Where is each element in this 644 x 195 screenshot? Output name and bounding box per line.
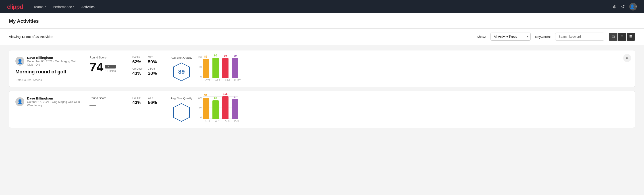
bar-arg: 89: [222, 58, 228, 78]
show-label: Show:: [477, 35, 486, 38]
bar-putt-value: 89: [234, 54, 236, 57]
avatar-icon: 👤: [630, 4, 635, 9]
avatar[interactable]: 👤 ▾: [629, 3, 637, 10]
bar-putt-value: 87: [234, 95, 236, 98]
bar-putt: 87: [232, 99, 238, 119]
bar-ott: 94: [202, 98, 209, 119]
bar-app: 90: [212, 58, 219, 78]
round-score-label: Round Score: [90, 96, 125, 100]
score-value: 74: [90, 61, 103, 74]
bar-label-arg: ARG: [224, 79, 231, 82]
activity-type-select-wrap: All Activity Types ▾: [490, 32, 531, 40]
nav-teams[interactable]: Teams ▾: [34, 4, 46, 10]
bar-app-value: 82: [214, 96, 217, 100]
stat-1putt: 1 Putt 28%: [148, 67, 164, 76]
stat-gir: GIR 56%: [148, 96, 164, 105]
logo: clippd: [7, 3, 23, 10]
viewing-count-text: Viewing 12 out of 29 Activities: [9, 35, 472, 38]
bar-arg-value: 106: [223, 92, 228, 96]
bar-app-value: 90: [214, 54, 217, 57]
user-date: December 05, 2021 · Gog Magog Golf Club …: [27, 60, 82, 66]
page-header: My Activities: [0, 14, 644, 28]
bar-arg: 106: [222, 96, 228, 119]
teams-chevron-icon: ▾: [45, 6, 46, 8]
user-name: Dave Billingham: [27, 96, 82, 100]
shot-quality-section: Avg Shot Quality 100 50 0: [171, 96, 628, 122]
activity-card: ✏ 👤 Dave Billingham December 05, 2021 · …: [9, 50, 635, 87]
main-content: ✏ 👤 Dave Billingham December 05, 2021 · …: [0, 45, 644, 137]
score-holes: 18 Holes: [105, 70, 116, 72]
stats-section: FW Hit 43% GIR 56%: [132, 96, 164, 105]
quality-label: Avg Shot Quality: [171, 56, 192, 59]
filter-bar: Viewing 12 out of 29 Activities Show: Al…: [0, 28, 644, 45]
edit-button[interactable]: ✏: [623, 54, 631, 62]
round-score-section: Round Score 74 +4 18 Holes: [90, 56, 125, 74]
refresh-button[interactable]: ↺: [621, 4, 625, 9]
page-title-wrap: My Activities: [9, 14, 39, 28]
nav-performance[interactable]: Performance ▾: [53, 4, 74, 10]
bar-ott: 85: [202, 59, 209, 78]
quality-value: 89: [178, 68, 185, 75]
user-name: Dave Billingham: [27, 56, 82, 60]
bar-label-putt: PUTT: [234, 120, 240, 122]
stats-section: FW Hit 62% GIR 50% Up/Down 43% 1 Putt 28…: [132, 56, 164, 76]
user-info: 👤 Dave Billingham October 16, 2021 · Gog…: [16, 96, 82, 107]
card-left: 👤 Dave Billingham October 16, 2021 · Gog…: [16, 96, 82, 110]
bar-ott-value: 85: [204, 55, 207, 58]
bar-label-ott: OTT: [205, 79, 211, 82]
page-title: My Activities: [9, 18, 39, 24]
hexagon-shape: 89: [172, 62, 190, 82]
add-button[interactable]: ⊕: [613, 4, 616, 9]
bar-putt: 89: [232, 58, 238, 78]
bar-app: 82: [212, 100, 219, 119]
bar-ott-value: 94: [204, 94, 207, 97]
activity-title: Morning round of golf: [16, 69, 82, 75]
svg-marker-1: [174, 104, 190, 121]
stat-gir: GIR 50%: [148, 56, 164, 64]
bar-chart: 100 50 0 85: [198, 56, 628, 82]
user-date: October 16, 2021 · Gog Magog Golf Club -…: [27, 100, 82, 107]
score-main: 74 +4 18 Holes: [90, 61, 125, 74]
bar-label-app: APP: [215, 120, 221, 122]
view-toggle: ▤ ⊞ ☰: [609, 33, 635, 40]
bar-arg-value: 89: [224, 54, 227, 57]
list-view-button[interactable]: ▤: [609, 33, 618, 40]
user-avatar: 👤: [16, 57, 24, 66]
nav-icon-group: ⊕ ↺ 👤 ▾: [613, 3, 637, 10]
hexagon-wrap: Avg Shot Quality 89: [171, 56, 192, 82]
activity-card: 👤 Dave Billingham October 16, 2021 · Gog…: [9, 91, 635, 128]
stat-updown: Up/Down 43%: [132, 67, 148, 76]
bar-label-app: APP: [215, 79, 221, 82]
y-axis: 100 50 0: [198, 56, 202, 78]
activity-type-select[interactable]: All Activity Types: [490, 32, 531, 40]
keywords-label: Keywords:: [535, 35, 551, 38]
score-badge: +4: [105, 65, 116, 68]
bar-chart: 100 50 0 94 82: [198, 96, 628, 122]
search-input[interactable]: [555, 32, 604, 40]
nav-activities[interactable]: Activities: [82, 4, 94, 10]
bar-label-ott: OTT: [205, 120, 211, 122]
avatar-person-icon: 👤: [17, 99, 23, 104]
bar-label-putt: PUTT: [234, 79, 240, 82]
round-score-section: Round Score —: [90, 96, 125, 109]
navigation: clippd Teams ▾ Performance ▾ Activities …: [0, 0, 644, 14]
stat-fw-hit: FW Hit 62%: [132, 56, 148, 64]
quality-label: Avg Shot Quality: [171, 96, 192, 100]
shot-quality-section: Avg Shot Quality 89 100 50 0: [171, 56, 628, 82]
stat-fw-hit: FW Hit 43%: [132, 96, 148, 105]
user-info: 👤 Dave Billingham December 05, 2021 · Go…: [16, 56, 82, 66]
user-avatar: 👤: [16, 97, 24, 106]
grid-view-button[interactable]: ⊞: [618, 33, 626, 40]
y-axis: 100 50 0: [198, 96, 202, 119]
data-source: Data Source: Arccos: [16, 78, 82, 82]
round-score-label: Round Score: [90, 56, 125, 59]
card-left: 👤 Dave Billingham December 05, 2021 · Go…: [16, 56, 82, 82]
score-details: +4 18 Holes: [105, 65, 116, 74]
hexagon-wrap: Avg Shot Quality: [171, 96, 192, 122]
bar-label-arg: ARG: [224, 120, 231, 122]
performance-chevron-icon: ▾: [73, 6, 74, 8]
compact-view-button[interactable]: ☰: [626, 33, 635, 40]
hexagon-shape: [172, 103, 190, 122]
avatar-person-icon: 👤: [17, 58, 23, 64]
profile-chevron-icon: ▾: [636, 6, 637, 8]
